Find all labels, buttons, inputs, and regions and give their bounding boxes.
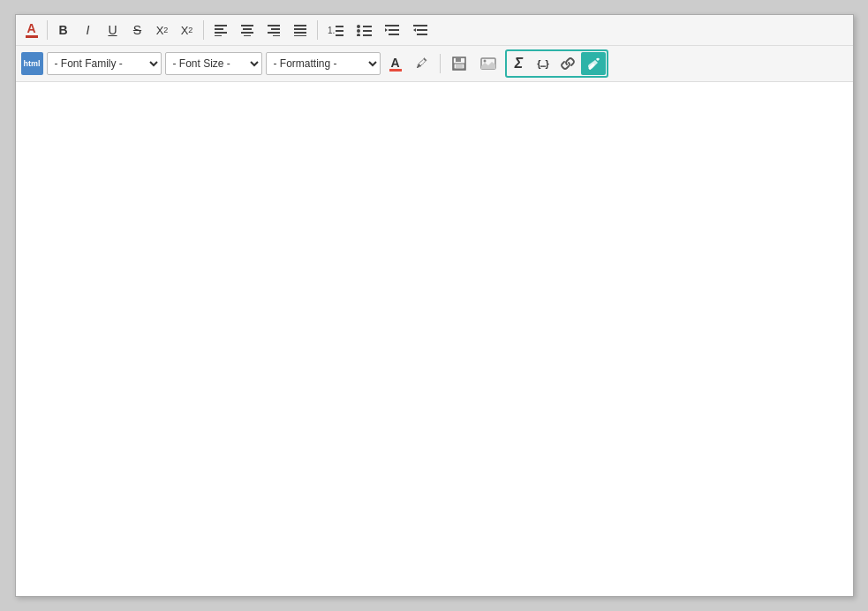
svg-point-39 bbox=[483, 60, 486, 63]
highlight-button[interactable]: 🖍 bbox=[411, 51, 434, 76]
code-icon: {...} bbox=[537, 58, 548, 69]
italic-label: I bbox=[87, 23, 90, 37]
indent-button[interactable] bbox=[379, 19, 405, 41]
code-button[interactable]: {...} bbox=[532, 52, 555, 75]
editor-container: A B I U S X2 X2 bbox=[15, 14, 854, 597]
separator3 bbox=[317, 20, 318, 40]
formatting-select[interactable]: - Formatting - Heading 1 Heading 2 Headi… bbox=[266, 52, 381, 75]
text-color-a-icon: A bbox=[390, 57, 399, 69]
editor-body[interactable] bbox=[16, 82, 853, 596]
toolbar-row1: A B I U S X2 X2 bbox=[16, 15, 853, 46]
svg-point-20 bbox=[357, 25, 360, 28]
align-center-icon bbox=[240, 24, 254, 36]
strikethrough-label: S bbox=[133, 23, 141, 37]
unordered-list-icon bbox=[356, 24, 372, 36]
align-center-button[interactable] bbox=[235, 19, 260, 41]
svg-text:1.: 1. bbox=[328, 26, 335, 35]
formula-button[interactable]: Σ bbox=[508, 52, 531, 75]
image-icon bbox=[480, 57, 496, 70]
align-right-button[interactable] bbox=[261, 19, 286, 41]
text-color-button-row2[interactable]: A bbox=[384, 51, 407, 76]
svg-marker-33 bbox=[413, 28, 416, 32]
bold-button[interactable]: B bbox=[52, 19, 75, 41]
strikethrough-button[interactable]: S bbox=[126, 19, 149, 41]
subscript-sub: 2 bbox=[163, 26, 168, 34]
align-right-icon bbox=[267, 24, 281, 36]
subscript-button[interactable]: X2 bbox=[151, 19, 174, 41]
align-left-icon bbox=[214, 24, 228, 36]
font-color-button[interactable]: A bbox=[21, 19, 42, 41]
save-button[interactable] bbox=[447, 52, 472, 75]
formula-icon: Σ bbox=[515, 56, 523, 72]
bold-label: B bbox=[58, 23, 67, 37]
superscript-sup: 2 bbox=[188, 26, 192, 34]
unordered-list-button[interactable] bbox=[351, 19, 377, 41]
text-color-bar-icon bbox=[389, 69, 402, 72]
font-family-select[interactable]: - Font Family - Arial Times New Roman Co… bbox=[47, 52, 162, 75]
svg-rect-37 bbox=[456, 64, 463, 68]
html-label: html bbox=[24, 59, 41, 68]
align-justify-icon bbox=[293, 24, 307, 36]
svg-marker-29 bbox=[385, 28, 388, 32]
font-color-letter: A bbox=[26, 22, 35, 34]
indent-icon bbox=[384, 24, 400, 36]
insert-link-button[interactable] bbox=[555, 52, 580, 75]
align-left-button[interactable] bbox=[208, 19, 233, 41]
align-justify-button[interactable] bbox=[288, 19, 313, 41]
separator2 bbox=[203, 20, 204, 40]
toolbar-row2: html - Font Family - Arial Times New Rom… bbox=[16, 46, 853, 82]
outdent-button[interactable] bbox=[407, 19, 434, 41]
insert-image-button[interactable] bbox=[475, 52, 502, 75]
svg-point-22 bbox=[357, 34, 360, 36]
highlight-icon: 🖍 bbox=[416, 57, 427, 71]
ordered-list-icon: 1. bbox=[328, 24, 343, 36]
ordered-list-button[interactable]: 1. bbox=[322, 19, 349, 41]
italic-button[interactable]: I bbox=[77, 19, 100, 41]
outdent-icon bbox=[412, 24, 428, 36]
save-icon bbox=[452, 57, 466, 71]
svg-point-21 bbox=[357, 29, 360, 33]
underline-button[interactable]: U bbox=[102, 19, 125, 41]
font-color-bar bbox=[26, 35, 38, 38]
separator bbox=[47, 20, 48, 40]
tool-button[interactable] bbox=[581, 52, 606, 75]
underline-label: U bbox=[108, 23, 117, 37]
special-button-group: Σ {...} bbox=[505, 49, 608, 78]
superscript-button[interactable]: X2 bbox=[176, 19, 199, 41]
separator4 bbox=[440, 54, 441, 73]
font-size-select[interactable]: - Font Size - 8pt 10pt 12pt 14pt 18pt 24… bbox=[165, 52, 262, 75]
svg-rect-35 bbox=[456, 57, 461, 62]
link-icon bbox=[561, 57, 575, 70]
wrench-icon bbox=[586, 57, 600, 71]
html-source-button[interactable]: html bbox=[21, 52, 43, 75]
